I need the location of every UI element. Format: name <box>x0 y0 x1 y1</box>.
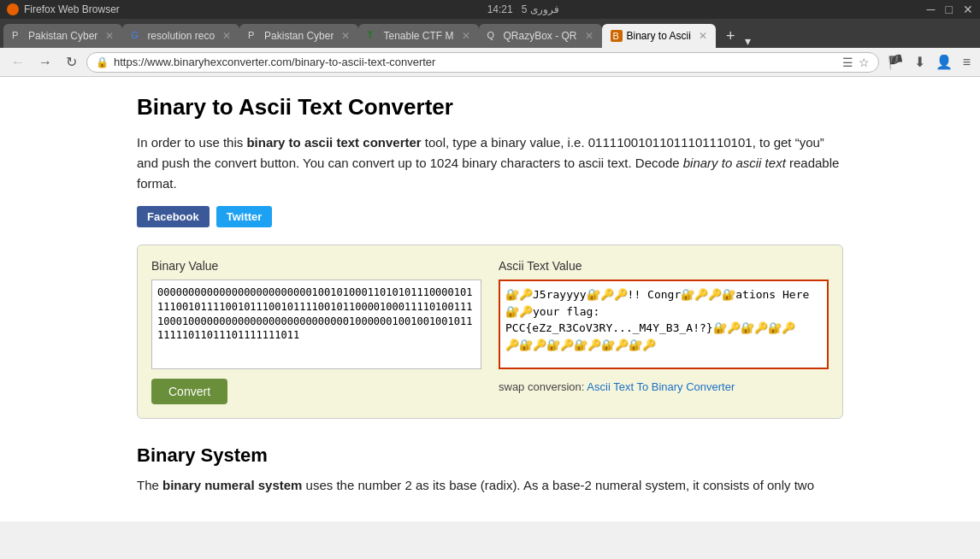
forward-button[interactable]: → <box>34 53 56 72</box>
tab-bar: P Pakistan Cyber ✕ G resolution reco ✕ P… <box>0 19 980 48</box>
converter-right: Ascii Text Value 🔐🔑J5rayyyy🔐🔑🔑!! Congr🔐🔑… <box>499 259 829 404</box>
url-actions: ☰ ☆ <box>842 56 870 69</box>
desc-italic: binary to ascii text <box>683 156 786 170</box>
tab-favicon-2: G <box>131 30 143 42</box>
twitter-button[interactable]: Twitter <box>216 206 273 227</box>
tab-label-6: Binary to Ascii <box>627 30 691 42</box>
binary-system-title: Binary System <box>137 444 843 467</box>
tab-close-4[interactable]: ✕ <box>462 30 470 42</box>
tab-close-1[interactable]: ✕ <box>105 30 114 42</box>
converter-box: Binary Value 000000000000000000000000010… <box>137 244 843 419</box>
back-button[interactable]: ← <box>7 53 29 72</box>
swap-link[interactable]: Ascii Text To Binary Converter <box>587 380 735 393</box>
tab-label-4: Tenable CTF M <box>383 30 453 42</box>
description: In order to use this binary to ascii tex… <box>137 132 843 194</box>
url-bar[interactable]: 🔒 https://www.binaryhexconverter.com/bin… <box>86 52 879 73</box>
binary-label: Binary Value <box>151 259 481 273</box>
title-bar-left: Firefox Web Browser <box>7 3 120 15</box>
secure-icon: 🔒 <box>96 56 109 68</box>
browser-title: Firefox Web Browser <box>24 3 120 15</box>
new-tab-button[interactable]: + <box>719 24 742 48</box>
tab-tenable-ctf[interactable]: T Tenable CTF M ✕ <box>358 24 478 48</box>
tab-favicon-1: P <box>12 30 24 42</box>
browser-chrome: Firefox Web Browser 14:21 5 فروری ─ □ ✕ … <box>0 0 980 77</box>
url-text: https://www.binaryhexconverter.com/binar… <box>114 56 837 68</box>
account-icon[interactable]: 👤 <box>933 51 955 73</box>
tab-label-1: Pakistan Cyber <box>28 30 97 42</box>
close-button[interactable]: ✕ <box>963 3 973 16</box>
nav-bar: ← → ↻ 🔒 https://www.binaryhexconverter.c… <box>0 48 980 77</box>
page-title: Binary to Ascii Text Converter <box>137 94 843 121</box>
reader-mode-icon[interactable]: ☰ <box>842 56 853 69</box>
reload-button[interactable]: ↻ <box>62 52 81 72</box>
tab-close-2[interactable]: ✕ <box>222 30 231 42</box>
social-buttons: Facebook Twitter <box>137 206 843 227</box>
title-bar-controls: ─ □ ✕ <box>927 3 973 16</box>
tab-binary-ascii[interactable]: B Binary to Ascii ✕ <box>602 24 716 48</box>
tab-qrazybox[interactable]: Q QRazyBox - QR ✕ <box>479 24 602 48</box>
tab-pakistan-cyber-2[interactable]: P Pakistan Cyber ✕ <box>239 24 358 48</box>
tab-label-2: resolution reco <box>147 30 215 42</box>
minimize-button[interactable]: ─ <box>927 3 936 16</box>
title-bar-time: 14:21 5 فروری <box>487 3 559 15</box>
desc-bold-1: binary to ascii text converter <box>246 135 421 150</box>
tab-favicon-3: P <box>248 30 260 42</box>
menu-icon[interactable]: ≡ <box>960 52 973 73</box>
tab-close-5[interactable]: ✕ <box>585 30 593 42</box>
tab-favicon-4: T <box>367 30 379 42</box>
converter-left: Binary Value 000000000000000000000000010… <box>151 259 481 404</box>
tab-close-6[interactable]: ✕ <box>699 30 707 42</box>
bookmark-icon[interactable]: ☆ <box>859 56 870 69</box>
binary-bold: binary numeral system <box>162 478 302 492</box>
nav-right-icons: 🏴 ⬇ 👤 ≡ <box>884 51 973 73</box>
tab-close-3[interactable]: ✕ <box>341 30 350 42</box>
swap-line: swap conversion: Ascii Text To Binary Co… <box>499 380 829 393</box>
download-icon[interactable]: ⬇ <box>912 51 928 73</box>
ascii-output[interactable]: 🔐🔑J5rayyyy🔐🔑🔑!! Congr🔐🔑🔑🔐ations Here 🔐🔑y… <box>499 280 829 369</box>
tab-resolution[interactable]: G resolution reco ✕ <box>122 24 239 48</box>
facebook-button[interactable]: Facebook <box>137 206 210 227</box>
swap-text: swap conversion: <box>499 380 587 393</box>
tab-favicon-5: Q <box>487 30 499 42</box>
convert-button[interactable]: Convert <box>151 379 227 404</box>
maximize-button[interactable]: □ <box>946 3 953 16</box>
tab-favicon-6: B <box>611 30 623 42</box>
tab-label-3: Pakistan Cyber <box>264 30 334 42</box>
firefox-icon <box>7 3 19 15</box>
tab-label-5: QRazyBox - QR <box>504 30 577 42</box>
ascii-label: Ascii Text Value <box>499 259 829 273</box>
tab-pakistan-cyber-1[interactable]: P Pakistan Cyber ✕ <box>3 24 122 48</box>
page-content: Binary to Ascii Text Converter In order … <box>0 77 980 521</box>
title-bar: Firefox Web Browser 14:21 5 فروری ─ □ ✕ <box>0 0 980 19</box>
binary-system-text: The binary numeral system uses the numbe… <box>137 475 843 496</box>
binary-input[interactable]: 0000000000000000000000000100101000110101… <box>151 280 481 369</box>
pocket-icon[interactable]: 🏴 <box>884 51 906 73</box>
tab-list-button[interactable]: ▾ <box>741 34 754 48</box>
